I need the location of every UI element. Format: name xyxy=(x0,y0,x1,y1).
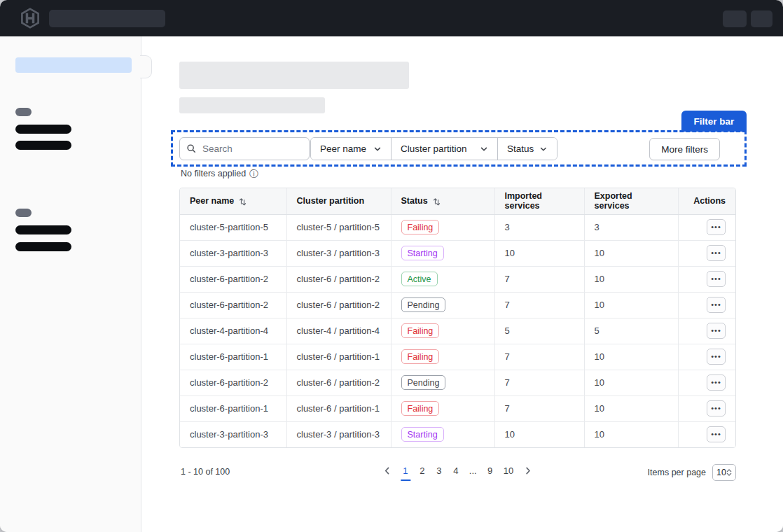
row-actions-button[interactable]: ••• xyxy=(707,349,726,365)
items-per-page: Items per page 10 xyxy=(648,464,736,481)
status-badge: Pending xyxy=(401,375,446,390)
status-cell: Starting xyxy=(391,240,494,266)
table-row: cluster-4-partition-4 cluster-4 / partit… xyxy=(180,318,735,344)
actions-cell: ••• xyxy=(678,344,735,370)
navbar-search-skeleton xyxy=(49,10,165,27)
navbar-action-skeleton-1 xyxy=(723,10,747,27)
status-cell: Active xyxy=(391,266,494,292)
exported-services-cell: 5 xyxy=(584,318,678,344)
row-actions-button[interactable]: ••• xyxy=(707,426,726,442)
top-navbar xyxy=(0,0,783,36)
chevron-down-icon xyxy=(373,145,382,153)
page-button-2[interactable]: 2 xyxy=(417,462,428,479)
peer-name-cell: cluster-5-partition-5 xyxy=(180,214,286,240)
app-window: Filter bar Peer name Cluster partition xyxy=(0,0,783,532)
cluster-partition-dropdown[interactable]: Cluster partition xyxy=(391,138,497,160)
row-actions-button[interactable]: ••• xyxy=(707,271,726,287)
column-header-actions: Actions xyxy=(678,188,735,214)
status-badge: Starting xyxy=(401,246,444,260)
imported-services-cell: 7 xyxy=(494,344,584,370)
search-field-wrap xyxy=(179,137,310,160)
exported-services-cell: 10 xyxy=(584,421,678,447)
peer-name-cell: cluster-4-partition-4 xyxy=(180,318,286,344)
page-button-10[interactable]: 10 xyxy=(501,462,515,479)
column-header-peer-name[interactable]: Peer name xyxy=(180,188,286,214)
items-per-page-label: Items per page xyxy=(648,468,706,477)
status-cell: Pending xyxy=(391,370,494,396)
chevron-down-icon xyxy=(539,145,548,153)
cluster-partition-dropdown-label: Cluster partition xyxy=(401,144,467,154)
column-header-status[interactable]: Status xyxy=(391,188,494,214)
row-actions-button[interactable]: ••• xyxy=(707,219,726,235)
column-header-exported-services: Exported services xyxy=(584,188,678,214)
row-actions-button[interactable]: ••• xyxy=(707,323,726,339)
navbar-action-skeleton-2 xyxy=(751,10,772,27)
info-icon[interactable]: ⓘ xyxy=(249,169,258,178)
row-actions-button[interactable]: ••• xyxy=(707,297,726,313)
status-dropdown-label: Status xyxy=(507,144,534,154)
sort-icon xyxy=(238,197,247,206)
status-badge: Active xyxy=(401,272,438,286)
cluster-partition-cell: cluster-3 / partition-3 xyxy=(286,421,391,447)
cluster-partition-cell: cluster-3 / partition-3 xyxy=(286,240,391,266)
actions-cell: ••• xyxy=(678,370,735,396)
sidebar-section-label-skeleton-2 xyxy=(15,209,32,217)
status-cell: Failing xyxy=(391,214,494,240)
filter-bar: Peer name Cluster partition Status xyxy=(171,130,747,167)
row-actions-button[interactable]: ••• xyxy=(707,374,726,391)
imported-services-cell: 3 xyxy=(494,214,584,240)
imported-services-cell: 7 xyxy=(494,292,584,318)
table-row: cluster-6-partition-2 cluster-6 / partit… xyxy=(180,292,735,318)
search-input[interactable] xyxy=(179,137,310,160)
peer-name-cell: cluster-3-partition-3 xyxy=(180,421,286,447)
status-badge: Failing xyxy=(401,323,440,338)
column-label: Imported services xyxy=(505,191,542,211)
page-subtitle-skeleton xyxy=(179,97,325,113)
previous-page-icon[interactable] xyxy=(380,462,394,479)
sidebar-item-skeleton-2 xyxy=(15,141,71,150)
column-label: Cluster partition xyxy=(297,196,365,206)
peer-name-dropdown[interactable]: Peer name xyxy=(311,138,391,160)
next-page-icon[interactable] xyxy=(521,462,535,479)
actions-cell: ••• xyxy=(678,214,735,240)
cluster-partition-cell: cluster-6 / partition-1 xyxy=(286,344,391,370)
status-badge: Pending xyxy=(401,298,446,312)
table-row: cluster-3-partition-3 cluster-3 / partit… xyxy=(180,421,735,447)
cluster-partition-cell: cluster-5 / partition-5 xyxy=(286,214,391,240)
pager: 1234...910 xyxy=(380,462,535,479)
status-dropdown[interactable]: Status xyxy=(497,138,557,160)
cluster-partition-cell: cluster-6 / partition-2 xyxy=(286,370,391,396)
more-filters-button[interactable]: More filters xyxy=(649,138,720,160)
sidebar-collapse-handle[interactable] xyxy=(140,55,152,78)
main-content: Filter bar Peer name Cluster partition xyxy=(141,36,783,532)
peers-table: Peer name Cluster partition xyxy=(179,188,736,448)
page-button-1[interactable]: 1 xyxy=(400,462,411,479)
items-per-page-select[interactable]: 10 xyxy=(712,464,736,481)
status-badge: Failing xyxy=(401,401,440,416)
hashicorp-logo-icon xyxy=(19,7,41,29)
no-filters-text: No filters applied xyxy=(181,169,246,178)
exported-services-cell: 10 xyxy=(584,344,678,370)
cluster-partition-cell: cluster-4 / partition-4 xyxy=(286,318,391,344)
exported-services-cell: 10 xyxy=(584,396,678,421)
exported-services-cell: 10 xyxy=(584,370,678,396)
peer-name-cell: cluster-6-partition-1 xyxy=(180,396,286,421)
filter-bar-annotation-tag: Filter bar xyxy=(681,111,747,132)
exported-services-cell: 10 xyxy=(584,240,678,266)
column-header-cluster-partition: Cluster partition xyxy=(286,188,391,214)
imported-services-cell: 10 xyxy=(494,240,584,266)
page-button-3[interactable]: 3 xyxy=(434,462,445,479)
status-badge: Starting xyxy=(401,427,444,442)
cluster-partition-cell: cluster-6 / partition-1 xyxy=(286,396,391,421)
row-actions-button[interactable]: ••• xyxy=(707,245,726,261)
exported-services-cell: 10 xyxy=(584,266,678,292)
peer-name-cell: cluster-6-partition-2 xyxy=(180,292,286,318)
peer-name-dropdown-label: Peer name xyxy=(320,144,366,154)
stepper-icon xyxy=(726,468,732,477)
page-button-4[interactable]: 4 xyxy=(450,462,462,479)
table-row: cluster-6-partition-2 cluster-6 / partit… xyxy=(180,266,735,292)
sidebar-item-skeleton-3 xyxy=(15,225,71,234)
row-actions-button[interactable]: ••• xyxy=(707,400,726,416)
page-button-9[interactable]: 9 xyxy=(485,462,496,479)
peer-name-cell: cluster-6-partition-2 xyxy=(180,370,286,396)
